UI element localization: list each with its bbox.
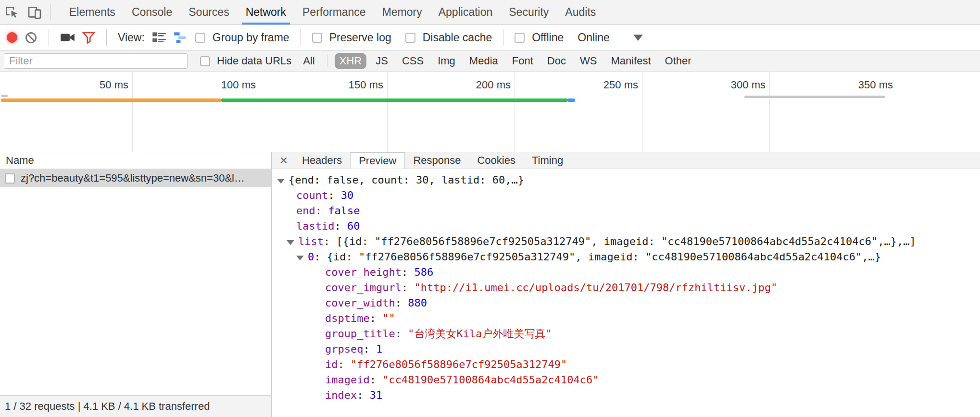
filter-type-media[interactable]: Media xyxy=(465,53,503,69)
filter-input[interactable] xyxy=(4,53,188,69)
json-row[interactable]: list: [{id: "ff276e8056f58896e7cf92505a3… xyxy=(272,234,980,249)
separator xyxy=(327,55,327,67)
json-text: : xyxy=(402,266,415,278)
json-row[interactable]: index: 31 xyxy=(272,388,980,403)
filter-type-ws[interactable]: WS xyxy=(575,53,602,69)
filter-toggle-button[interactable] xyxy=(82,32,95,44)
group-by-frame-checkbox[interactable] xyxy=(195,33,205,43)
inspect-element-button[interactable] xyxy=(0,0,23,25)
filter-type-img[interactable]: Img xyxy=(433,53,460,69)
json-num: 30 xyxy=(341,189,354,201)
tab-sources[interactable]: Sources xyxy=(180,0,237,25)
json-key: grpseq xyxy=(325,343,363,355)
json-text: : [{id: "ff276e8056f58896e7cf92505a31274… xyxy=(324,235,916,247)
json-key: imageid xyxy=(325,374,370,386)
json-num: 586 xyxy=(414,266,433,278)
json-row[interactable]: lastid: 60 xyxy=(272,219,980,234)
filter-type-manifest[interactable]: Manifest xyxy=(606,53,655,69)
json-row[interactable]: imageid: "cc48190e57100864abc4d55a2c4104… xyxy=(272,372,980,388)
detail-tab-response[interactable]: Response xyxy=(405,152,469,169)
json-key: list xyxy=(298,235,324,247)
device-toolbar-button[interactable] xyxy=(23,0,46,25)
json-text: : {id: "ff276e8056f58896e7cf92505a312749… xyxy=(314,251,881,263)
json-key: dsptime xyxy=(325,312,370,324)
json-key: cover_height xyxy=(325,266,402,278)
json-num: 880 xyxy=(408,297,427,309)
json-num: 60 xyxy=(347,220,360,232)
filter-type-xhr[interactable]: XHR xyxy=(335,53,366,69)
tab-application[interactable]: Application xyxy=(430,0,501,25)
json-text: : xyxy=(395,328,408,340)
json-text: : xyxy=(370,374,383,386)
close-detail-button[interactable]: × xyxy=(274,152,294,169)
requests-pane: Name zj?ch=beauty&t1=595&listtype=new&sn… xyxy=(0,152,272,417)
json-row[interactable]: count: 30 xyxy=(272,188,980,203)
expander-arrow-icon[interactable] xyxy=(296,256,304,260)
throttling-dropdown-arrow-icon[interactable] xyxy=(633,35,643,41)
detail-tab-headers[interactable]: Headers xyxy=(294,152,350,169)
view-large-rows-button[interactable] xyxy=(152,31,166,44)
capture-screenshots-button[interactable] xyxy=(60,32,75,43)
camera-icon xyxy=(60,32,75,43)
json-key: cover_width xyxy=(325,297,395,309)
filter-type-doc[interactable]: Doc xyxy=(542,53,571,69)
disable-cache-checkbox[interactable] xyxy=(405,33,415,43)
expander-arrow-icon[interactable] xyxy=(277,179,285,184)
overview-bar-request-download-tip xyxy=(567,98,575,102)
json-text: : xyxy=(357,389,370,401)
filter-type-all[interactable]: All xyxy=(298,53,319,69)
json-row[interactable]: cover_imgurl: "http://i1.umei.cc/uploads… xyxy=(272,280,980,295)
json-key: cover_imgurl xyxy=(325,282,402,294)
network-overview[interactable]: 50 ms100 ms150 ms200 ms250 ms300 ms350 m… xyxy=(0,72,980,152)
expander-arrow-icon[interactable] xyxy=(287,240,294,245)
name-column-header[interactable]: Name xyxy=(0,152,271,169)
filter-type-css[interactable]: CSS xyxy=(397,53,428,69)
ruler-gridline xyxy=(387,72,388,152)
detail-tab-cookies[interactable]: Cookies xyxy=(469,152,523,169)
offline-label: Offline xyxy=(532,31,564,44)
json-row[interactable]: dsptime: "" xyxy=(272,311,980,326)
requests-summary: 1 / 32 requests | 4.1 KB / 4.1 KB transf… xyxy=(5,400,210,413)
ruler-tick-label: 300 ms xyxy=(731,79,766,91)
json-row[interactable]: 0: {id: "ff276e8056f58896e7cf92505a31274… xyxy=(272,249,980,265)
ruler-tick-label: 150 ms xyxy=(349,79,383,91)
hide-data-urls-label: Hide data URLs xyxy=(217,55,291,67)
detail-tab-timing[interactable]: Timing xyxy=(524,152,571,169)
overview-bar-other-request-late xyxy=(744,96,885,98)
json-row[interactable]: end: false xyxy=(272,203,980,219)
json-row[interactable]: id: "ff276e8056f58896e7cf92505a312749" xyxy=(272,357,980,372)
tab-audits[interactable]: Audits xyxy=(557,0,604,25)
json-key: count xyxy=(296,189,328,201)
tab-memory[interactable]: Memory xyxy=(374,0,430,25)
requests-empty-space xyxy=(0,187,271,395)
clear-button[interactable] xyxy=(25,31,38,44)
tab-performance[interactable]: Performance xyxy=(294,0,374,25)
tab-network[interactable]: Network xyxy=(238,0,294,25)
json-row[interactable]: cover_height: 586 xyxy=(272,265,980,280)
json-row[interactable]: cover_width: 880 xyxy=(272,295,980,311)
json-row[interactable]: {end: false, count: 30, lastid: 60,…} xyxy=(272,172,980,188)
filter-type-js[interactable]: JS xyxy=(371,53,393,69)
json-row[interactable]: group_title: "台湾美女Kila户外唯美写真" xyxy=(272,326,980,342)
separator xyxy=(106,29,107,46)
json-row[interactable]: grpseq: 1 xyxy=(272,342,980,357)
request-row[interactable]: zj?ch=beauty&t1=595&listtype=new&sn=30&l… xyxy=(0,169,271,187)
list-view-icon xyxy=(152,31,166,44)
filter-type-other[interactable]: Other xyxy=(660,53,696,69)
json-num: 31 xyxy=(370,389,383,401)
show-overview-button[interactable] xyxy=(174,31,188,44)
throttling-select[interactable]: Online xyxy=(578,31,609,44)
json-text: : xyxy=(395,297,408,309)
tab-elements[interactable]: Elements xyxy=(61,0,124,25)
json-text: {end: false, count: 30, lastid: 60,…} xyxy=(289,174,524,186)
ruler-tick-label: 200 ms xyxy=(476,79,511,91)
hide-data-urls-checkbox[interactable] xyxy=(200,56,210,66)
tab-security[interactable]: Security xyxy=(501,0,557,25)
json-key: lastid xyxy=(296,220,334,232)
tab-console[interactable]: Console xyxy=(124,0,180,25)
detail-tab-preview[interactable]: Preview xyxy=(350,152,405,169)
preserve-log-checkbox[interactable] xyxy=(312,33,322,43)
filter-type-font[interactable]: Font xyxy=(507,53,538,69)
offline-checkbox[interactable] xyxy=(515,33,525,43)
record-button[interactable] xyxy=(7,32,17,43)
